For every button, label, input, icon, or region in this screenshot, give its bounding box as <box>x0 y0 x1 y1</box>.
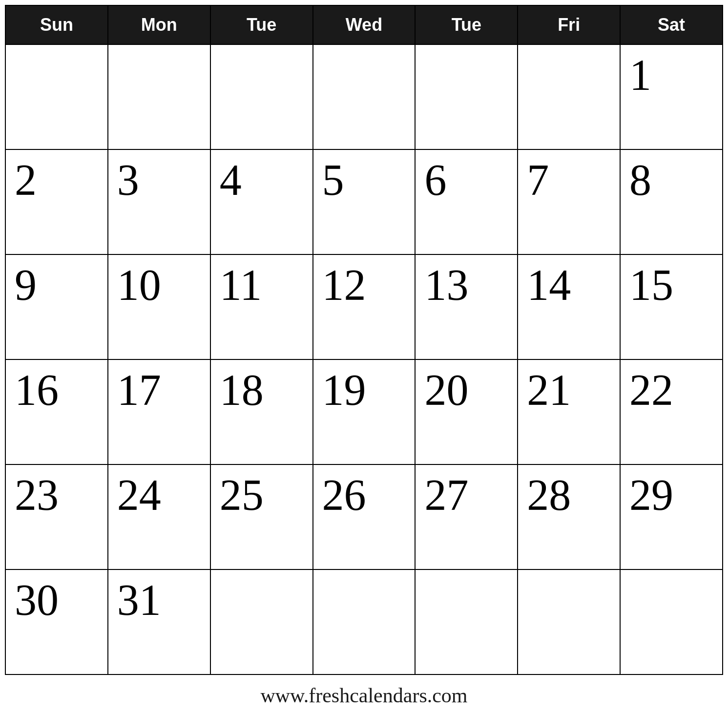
calendar-table: Sun Mon Tue Wed Tue Fri Sat 123456789101… <box>5 5 723 675</box>
header-sun: Sun <box>5 5 108 44</box>
calendar-cell: 31 <box>108 569 210 674</box>
calendar-cell: 18 <box>210 359 313 464</box>
calendar-cell <box>415 569 518 674</box>
calendar-cell: 14 <box>518 254 620 359</box>
header-wed: Wed <box>313 5 416 44</box>
calendar-cell: 22 <box>620 359 723 464</box>
header-thu: Tue <box>415 5 518 44</box>
week-row-6: 3031 <box>5 569 723 674</box>
calendar-cell: 29 <box>620 464 723 569</box>
calendar-cell: 16 <box>5 359 108 464</box>
day-number-15: 15 <box>629 261 673 309</box>
calendar-cell: 15 <box>620 254 723 359</box>
day-number-19: 19 <box>322 366 366 414</box>
day-number-6: 6 <box>424 156 446 204</box>
calendar-cell: 25 <box>210 464 313 569</box>
calendar-cell: 4 <box>210 149 313 254</box>
day-number-20: 20 <box>424 366 468 414</box>
calendar-cell: 19 <box>313 359 416 464</box>
day-number-7: 7 <box>527 156 549 204</box>
day-number-16: 16 <box>15 366 59 414</box>
day-number-31: 31 <box>117 576 161 624</box>
day-number-17: 17 <box>117 366 161 414</box>
week-row-4: 16171819202122 <box>5 359 723 464</box>
calendar-cell: 28 <box>518 464 620 569</box>
calendar-cell: 26 <box>313 464 416 569</box>
day-number-12: 12 <box>322 261 366 309</box>
day-number-24: 24 <box>117 471 161 519</box>
week-row-3: 9101112131415 <box>5 254 723 359</box>
day-number-23: 23 <box>15 471 59 519</box>
day-number-3: 3 <box>117 156 139 204</box>
day-number-25: 25 <box>220 471 264 519</box>
day-number-11: 11 <box>220 261 262 309</box>
calendar-cell: 6 <box>415 149 518 254</box>
footer-url: www.freshcalendars.com <box>5 675 723 711</box>
day-number-2: 2 <box>15 156 37 204</box>
calendar-cell: 23 <box>5 464 108 569</box>
calendar-cell: 17 <box>108 359 210 464</box>
day-number-30: 30 <box>15 576 59 624</box>
calendar-wrapper: Sun Mon Tue Wed Tue Fri Sat 123456789101… <box>0 0 728 716</box>
week-row-2: 2345678 <box>5 149 723 254</box>
calendar-cell <box>5 44 108 149</box>
calendar-cell <box>518 44 620 149</box>
calendar-cell: 13 <box>415 254 518 359</box>
calendar-cell <box>620 569 723 674</box>
day-number-14: 14 <box>527 261 571 309</box>
calendar-cell: 21 <box>518 359 620 464</box>
header-fri: Fri <box>518 5 620 44</box>
calendar-cell: 10 <box>108 254 210 359</box>
calendar-cell: 24 <box>108 464 210 569</box>
day-number-22: 22 <box>629 366 673 414</box>
day-number-27: 27 <box>424 471 468 519</box>
day-number-29: 29 <box>629 471 673 519</box>
day-number-4: 4 <box>220 156 242 204</box>
calendar-cell: 20 <box>415 359 518 464</box>
calendar-cell: 1 <box>620 44 723 149</box>
calendar-cell <box>108 44 210 149</box>
calendar-cell <box>313 569 416 674</box>
calendar-cell: 27 <box>415 464 518 569</box>
day-number-1: 1 <box>629 51 651 99</box>
header-sat: Sat <box>620 5 723 44</box>
calendar-cell: 30 <box>5 569 108 674</box>
day-number-26: 26 <box>322 471 366 519</box>
calendar-cell: 9 <box>5 254 108 359</box>
calendar-cell: 8 <box>620 149 723 254</box>
header-row: Sun Mon Tue Wed Tue Fri Sat <box>5 5 723 44</box>
calendar-cell <box>415 44 518 149</box>
day-number-8: 8 <box>629 156 651 204</box>
day-number-18: 18 <box>220 366 264 414</box>
calendar-cell: 12 <box>313 254 416 359</box>
calendar-cell: 11 <box>210 254 313 359</box>
calendar-cell <box>313 44 416 149</box>
day-number-5: 5 <box>322 156 344 204</box>
calendar-cell <box>210 44 313 149</box>
calendar-cell <box>518 569 620 674</box>
day-number-10: 10 <box>117 261 161 309</box>
week-row-5: 23242526272829 <box>5 464 723 569</box>
week-row-1: 1 <box>5 44 723 149</box>
day-number-13: 13 <box>424 261 468 309</box>
day-number-28: 28 <box>527 471 571 519</box>
calendar-cell: 3 <box>108 149 210 254</box>
calendar-cell: 5 <box>313 149 416 254</box>
day-number-9: 9 <box>15 261 37 309</box>
calendar-cell <box>210 569 313 674</box>
header-mon: Mon <box>108 5 210 44</box>
header-tue: Tue <box>210 5 313 44</box>
calendar-cell: 2 <box>5 149 108 254</box>
calendar-cell: 7 <box>518 149 620 254</box>
day-number-21: 21 <box>527 366 571 414</box>
